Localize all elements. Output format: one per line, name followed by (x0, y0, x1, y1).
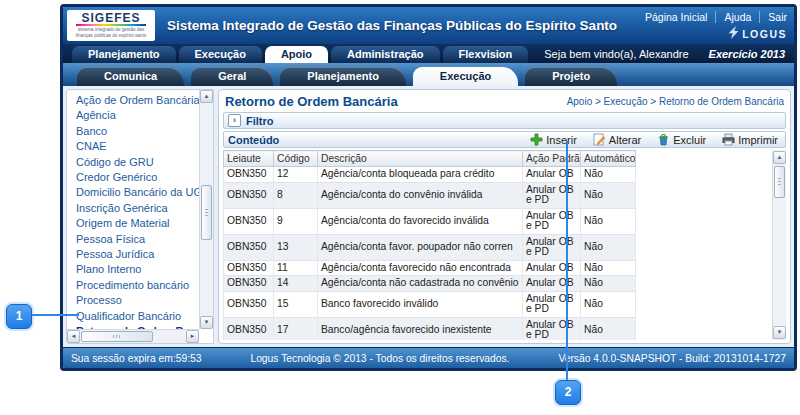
page-title: Retorno de Ordem Bancária (225, 94, 398, 109)
subtab-comunica[interactable]: Comunica (77, 67, 184, 86)
results-table: Leiaute Código Descrição Ação Padrão Aut… (223, 150, 636, 340)
column-header-automatico[interactable]: Automático (581, 151, 636, 167)
copyright-text: Logus Tecnologia © 2013 - Todos os direi… (202, 353, 559, 364)
sidebar-item-credor-generico[interactable]: Credor Genérico (76, 170, 199, 185)
sidebar-item-agencia[interactable]: Agência (76, 108, 199, 123)
sidebar-scroll-thumb[interactable] (201, 185, 212, 240)
table-scroll-thumb[interactable] (774, 166, 785, 198)
pencil-page-icon (593, 133, 606, 146)
table-row[interactable]: OBN350 9 Agência/conta do favorecido inv… (224, 208, 636, 234)
sidebar-item-codigo-de-gru[interactable]: Código de GRU (76, 155, 199, 170)
delete-button[interactable]: Excluir (657, 133, 706, 146)
cell-acao-padrao: Anular OB e PD (523, 317, 581, 340)
sidebar-item-qualificador-bancario[interactable]: Qualificador Bancário (76, 309, 199, 324)
sidebar-item-inscricao-generica[interactable]: Inscrição Genérica (76, 201, 199, 216)
sidebar-horizontal-scrollbar[interactable] (67, 329, 199, 343)
cell-codigo: 9 (274, 208, 318, 234)
link-sair[interactable]: Sair (759, 11, 787, 23)
callout-line-2 (566, 141, 568, 381)
expander-icon[interactable]: › (228, 114, 241, 127)
sigefes-logo-subline-1: sistema integrado de gestão das (67, 27, 155, 32)
menu-tab-planejamento[interactable]: Planejamento (72, 46, 176, 63)
sidebar: Ação de Ordem Bancária Agência Banco CNA… (66, 89, 214, 344)
sidebar-item-banco[interactable]: Banco (76, 124, 199, 139)
link-pagina-inicial[interactable]: Página Inicial (637, 11, 715, 23)
cell-codigo: 15 (274, 291, 318, 317)
sidebar-vertical-scrollbar[interactable] (199, 90, 213, 329)
callout-line-1 (29, 314, 79, 316)
sidebar-item-pessoa-fisica[interactable]: Pessoa Física (76, 232, 199, 247)
link-ajuda[interactable]: Ajuda (715, 11, 759, 23)
main-menu-bar: Planejamento Execução Apoio Administraçã… (63, 44, 794, 63)
screenshot-stage: SIGEFES sistema integrado de gestão das … (0, 0, 800, 415)
scroll-up-icon[interactable] (773, 151, 786, 164)
scroll-right-icon[interactable] (186, 330, 199, 343)
column-header-leiaute[interactable]: Leiaute (224, 151, 274, 167)
main-panel: Retorno de Ordem Bancária Apoio > Execuç… (218, 89, 791, 344)
sidebar-item-domicilio-bancario-da-ug[interactable]: Domicilio Bancário da UG (76, 185, 199, 200)
cell-acao-padrao: Anular OB e PD (523, 182, 581, 208)
cell-leiaute: OBN350 (224, 234, 274, 260)
cell-acao-padrao: Anular OB (523, 260, 581, 276)
cell-acao-padrao: Anular OB e PD (523, 291, 581, 317)
cell-codigo: 11 (274, 260, 318, 276)
column-header-acao-padrao[interactable]: Ação Padrão (523, 151, 581, 167)
filter-bar[interactable]: › Filtro (223, 112, 786, 129)
subtab-projeto[interactable]: Projeto (525, 67, 617, 86)
sidebar-list: Ação de Ordem Bancária Agência Banco CNA… (67, 93, 199, 329)
cell-leiaute: OBN350 (224, 182, 274, 208)
subtab-planejamento[interactable]: Planejamento (280, 67, 406, 86)
scroll-down-icon[interactable] (200, 316, 213, 329)
scroll-up-icon[interactable] (200, 90, 213, 103)
cell-leiaute: OBN350 (224, 260, 274, 276)
sidebar-item-acao-de-ordem-bancaria[interactable]: Ação de Ordem Bancária (76, 93, 199, 108)
column-header-codigo[interactable]: Código (274, 151, 318, 167)
subtab-geral[interactable]: Geral (191, 67, 273, 86)
cell-acao-padrao: Anular OB (523, 276, 581, 292)
table-row[interactable]: OBN350 11 Agência/conta favorecido não e… (224, 260, 636, 276)
sidebar-item-procedimento-bancario[interactable]: Procedimento bancário (76, 278, 199, 293)
logus-logo: LOGUS (728, 26, 787, 41)
sidebar-item-origem-de-material[interactable]: Origem de Material (76, 216, 199, 231)
table-row[interactable]: OBN350 13 Agência/conta favor. poupador … (224, 234, 636, 260)
print-button[interactable]: Imprimir (722, 133, 778, 146)
cell-automatico: Não (581, 260, 636, 276)
results-grid: Leiaute Código Descrição Ação Padrão Aut… (223, 150, 786, 340)
scroll-down-icon[interactable] (773, 326, 786, 339)
cell-codigo: 8 (274, 182, 318, 208)
insert-button[interactable]: Inserir (530, 133, 577, 146)
panel-header: Retorno de Ordem Bancária Apoio > Execuç… (223, 93, 786, 112)
menu-tab-apoio[interactable]: Apoio (265, 46, 328, 63)
table-row[interactable]: OBN350 14 Agência/conta não cadastrada n… (224, 276, 636, 292)
sigefes-logo[interactable]: SIGEFES sistema integrado de gestão das … (67, 10, 155, 41)
sidebar-item-pessoa-juridica[interactable]: Pessoa Jurídica (76, 247, 199, 262)
column-header-descricao[interactable]: Descrição (318, 151, 523, 167)
table-row[interactable]: OBN350 17 Banco/agência favorecido inexi… (224, 317, 636, 340)
trash-icon (657, 133, 670, 146)
content-toolbar: Conteúdo Inserir Alterar (223, 131, 786, 148)
cell-leiaute: OBN350 (224, 291, 274, 317)
filter-label: Filtro (246, 115, 274, 127)
menu-tab-execucao[interactable]: Execução (179, 46, 262, 63)
header: SIGEFES sistema integrado de gestão das … (63, 7, 794, 44)
scroll-left-icon[interactable] (67, 330, 80, 343)
table-row[interactable]: OBN350 12 Agência/conta bloqueada para c… (224, 167, 636, 183)
exercise-label: Exercício 2013 (709, 48, 785, 60)
printer-icon (722, 133, 735, 146)
sidebar-item-processo[interactable]: Processo (76, 293, 199, 308)
plus-icon (530, 133, 543, 146)
sidebar-item-plano-interno[interactable]: Plano Interno (76, 262, 199, 277)
sidebar-item-cnae[interactable]: CNAE (76, 139, 199, 154)
subtab-execucao[interactable]: Execução (413, 67, 518, 86)
version-text: Versão 4.0.0-SNAPSHOT - Build: 20131014-… (558, 353, 794, 364)
menu-tab-flexvision[interactable]: Flexvision (443, 46, 529, 63)
table-header-row: Leiaute Código Descrição Ação Padrão Aut… (224, 151, 636, 167)
edit-button[interactable]: Alterar (593, 133, 641, 146)
table-row[interactable]: OBN350 15 Banco favorecido inválido Anul… (224, 291, 636, 317)
sidebar-hscroll-thumb[interactable] (81, 331, 153, 342)
table-vertical-scrollbar[interactable] (772, 150, 786, 340)
menu-tab-administracao[interactable]: Administração (331, 46, 439, 63)
cell-leiaute: OBN350 (224, 167, 274, 183)
table-row[interactable]: OBN350 8 Agência/conta do convênio invál… (224, 182, 636, 208)
cell-descricao: Banco/agência favorecido inexistente (318, 317, 523, 340)
